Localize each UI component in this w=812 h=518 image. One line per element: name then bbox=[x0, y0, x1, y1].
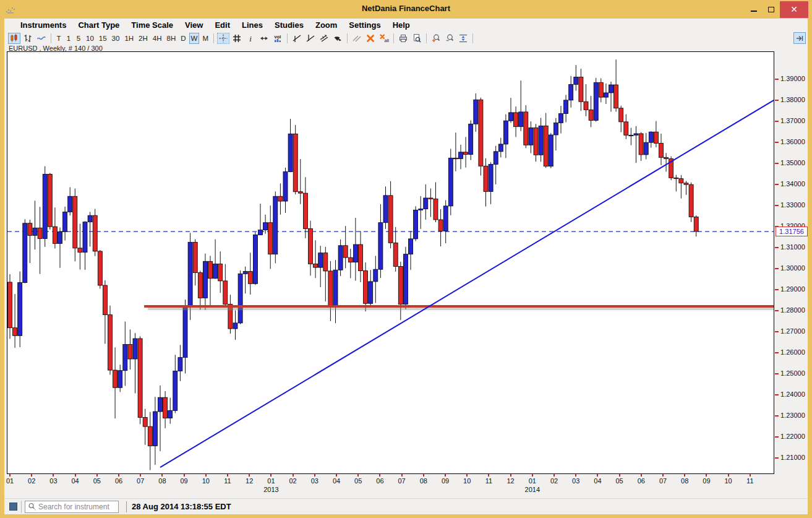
svg-text:all: all bbox=[384, 38, 389, 43]
menu-studies[interactable]: Studies bbox=[275, 20, 304, 30]
timescale-daily[interactable]: D bbox=[179, 33, 187, 44]
price-tick-label: 1.27000 bbox=[780, 327, 805, 335]
price-tick-label: 1.30000 bbox=[780, 264, 805, 272]
close-button[interactable]: ✕ bbox=[780, 1, 808, 18]
title-bar[interactable]: NetDania FinanceChart ✕ bbox=[0, 0, 812, 19]
time-tick-label: 05 bbox=[350, 477, 366, 485]
timescale-10min[interactable]: 10 bbox=[84, 33, 96, 44]
time-tick bbox=[423, 474, 424, 477]
time-tick bbox=[184, 474, 185, 477]
print-button[interactable] bbox=[397, 33, 409, 44]
menu-lines[interactable]: Lines bbox=[242, 20, 263, 30]
timescale-1hour[interactable]: 1H bbox=[122, 33, 135, 44]
time-tick bbox=[270, 474, 271, 477]
price-tick bbox=[775, 79, 779, 80]
price-tick bbox=[775, 247, 779, 248]
panel-arrow-icon bbox=[795, 33, 805, 43]
timescale-2hour[interactable]: 2H bbox=[137, 33, 150, 44]
print-preview-icon bbox=[412, 33, 422, 43]
ray-tool-button[interactable] bbox=[304, 33, 317, 44]
maximize-button[interactable] bbox=[763, 1, 780, 17]
time-tick bbox=[401, 474, 403, 477]
instrument-search[interactable] bbox=[25, 501, 119, 513]
volume-button[interactable]: vol bbox=[271, 33, 284, 44]
menu-edit[interactable]: Edit bbox=[215, 20, 230, 30]
price-tick-label: 1.37000 bbox=[780, 117, 805, 124]
channel-tool-button[interactable] bbox=[318, 33, 330, 44]
panel-toggle-button[interactable] bbox=[793, 32, 806, 44]
time-tick bbox=[619, 474, 620, 477]
timescale-30min[interactable]: 30 bbox=[110, 33, 122, 44]
time-tick bbox=[597, 474, 598, 477]
timescale-weekly[interactable]: W bbox=[189, 33, 200, 44]
price-axis: 1.390001.380001.370001.360001.350001.340… bbox=[775, 52, 808, 475]
menu-time-scale[interactable]: Time Scale bbox=[131, 20, 173, 30]
printer-icon bbox=[398, 33, 408, 43]
time-tick-label: 10 bbox=[198, 477, 214, 485]
menu-zoom[interactable]: Zoom bbox=[315, 20, 337, 30]
time-tick-label: 03 bbox=[45, 477, 61, 485]
info-icon: i bbox=[246, 33, 255, 43]
minimize-button[interactable] bbox=[745, 1, 763, 17]
bar-chart-button[interactable] bbox=[22, 33, 34, 44]
year-label: 2014 bbox=[521, 486, 544, 493]
time-tick-label: 01 bbox=[2, 477, 18, 485]
menu-view[interactable]: View bbox=[185, 20, 203, 30]
timescale-1min[interactable]: 1 bbox=[64, 33, 73, 44]
time-tick bbox=[575, 474, 576, 477]
candlestick-chart-button[interactable] bbox=[8, 33, 20, 44]
time-tick bbox=[205, 474, 207, 477]
zoom-in-button[interactable] bbox=[430, 33, 442, 44]
timescale-4hour[interactable]: 4H bbox=[151, 33, 164, 44]
price-tick-label: 1.36000 bbox=[780, 138, 805, 145]
parallel-lines-button[interactable] bbox=[351, 33, 363, 44]
price-tick bbox=[775, 415, 779, 417]
pointer-arrow-icon bbox=[333, 33, 343, 43]
price-tick bbox=[775, 121, 779, 122]
print-preview-button[interactable] bbox=[411, 33, 423, 44]
fit-vertical-button[interactable] bbox=[457, 33, 469, 44]
price-tick bbox=[775, 268, 779, 269]
price-tick bbox=[775, 289, 779, 290]
timescale-monthly[interactable]: M bbox=[200, 33, 210, 44]
zoom-out-button[interactable] bbox=[443, 33, 456, 44]
time-tick bbox=[357, 474, 359, 477]
time-tick bbox=[662, 474, 664, 477]
pointer-tool-button[interactable] bbox=[331, 33, 344, 44]
timescale-8hour[interactable]: 8H bbox=[165, 33, 178, 44]
toolbar-separator bbox=[287, 33, 288, 43]
toolbar-separator bbox=[213, 33, 214, 43]
menu-chart-type[interactable]: Chart Type bbox=[78, 20, 119, 30]
time-tick-label: 11 bbox=[481, 477, 497, 485]
price-tick bbox=[775, 205, 779, 206]
time-tick-label: 06 bbox=[633, 477, 649, 485]
timescale-15min[interactable]: 15 bbox=[97, 33, 109, 44]
delete-line-button[interactable] bbox=[364, 33, 377, 44]
toolbar-separator bbox=[347, 33, 348, 43]
grid-button[interactable] bbox=[231, 33, 243, 44]
menu-instruments[interactable]: Instruments bbox=[20, 20, 66, 30]
menu-settings[interactable]: Settings bbox=[349, 20, 380, 30]
timescale-tick[interactable]: T bbox=[54, 33, 63, 44]
menu-help[interactable]: Help bbox=[393, 20, 410, 30]
delete-all-lines-button[interactable]: all bbox=[378, 33, 390, 44]
time-tick bbox=[118, 474, 119, 477]
separator bbox=[126, 501, 127, 512]
menu-bar: InstrumentsChart TypeTime ScaleViewEditL… bbox=[4, 19, 808, 32]
trendline-tool-button[interactable] bbox=[291, 33, 303, 44]
time-tick bbox=[96, 474, 98, 477]
time-tick-label: 04 bbox=[328, 477, 344, 485]
fit-vertical-icon bbox=[458, 33, 468, 43]
time-tick bbox=[750, 474, 751, 477]
search-input[interactable] bbox=[37, 502, 114, 512]
chart-plot[interactable] bbox=[7, 51, 774, 474]
scale-horizontal-button[interactable] bbox=[258, 33, 270, 44]
last-price-tag: 1.31756 bbox=[776, 227, 808, 236]
line-chart-button[interactable] bbox=[35, 33, 48, 44]
crosshair-button[interactable] bbox=[217, 33, 229, 44]
timescale-5min[interactable]: 5 bbox=[74, 33, 83, 44]
info-button[interactable]: i bbox=[244, 33, 257, 44]
time-tick bbox=[684, 474, 685, 477]
window-controls: ✕ bbox=[745, 1, 808, 18]
app-icon bbox=[6, 5, 16, 15]
